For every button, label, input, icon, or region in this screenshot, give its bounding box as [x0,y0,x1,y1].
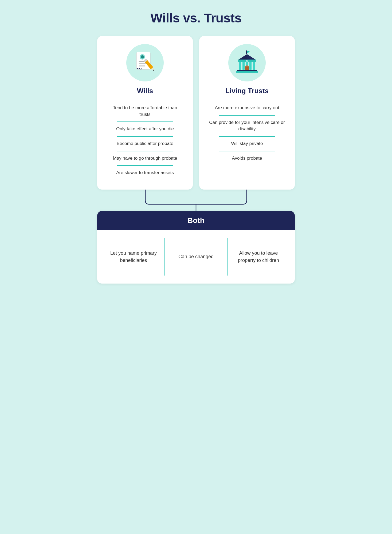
svg-rect-17 [242,62,245,70]
trusts-card: $ Living Trusts [199,36,295,190]
both-header-text: Both [187,216,205,225]
svg-rect-19 [249,62,252,70]
connector-area [97,190,295,211]
svg-point-2 [141,55,144,58]
wills-item-1: Tend to be more affordable than trusts [105,101,185,121]
both-header: Both [97,211,295,230]
svg-rect-10 [246,50,247,54]
svg-rect-20 [253,62,255,70]
trusts-item-2: Can provide for your intensive care or d… [207,116,287,136]
trusts-item-3: Will stay private [229,137,265,151]
both-col-1: Let you name primary beneficiaries [103,238,164,276]
wills-card-title: Wills [137,87,153,95]
trusts-item-1: Are more expensive to carry out [213,101,281,115]
wills-icon-circle [126,44,164,81]
both-col-3-text: Allow you to leave property to children [232,250,285,264]
both-col-2: Can be changed [165,238,227,276]
trusts-icon-circle: $ [228,44,266,81]
trusts-item-4: Avoids probate [230,151,264,166]
both-section: Both Let you name primary beneficiaries … [97,211,295,284]
svg-rect-23 [245,66,249,70]
wills-icon [132,49,158,76]
wills-card: Wills Tend to be more affordable than tr… [97,36,193,190]
both-body: Let you name primary beneficiaries Can b… [97,230,295,284]
connector-svg [97,190,295,211]
both-col-3: Allow you to leave property to children [228,238,289,276]
trusts-card-items: Are more expensive to carry out Can prov… [207,101,287,165]
wills-item-4: May have to go through probate [111,151,179,166]
page-container: Wills vs. Trusts [97,11,295,284]
svg-rect-24 [237,70,257,71]
both-col-2-text: Can be changed [178,253,214,260]
trusts-card-title: Living Trusts [225,87,269,95]
page-title: Wills vs. Trusts [150,11,241,25]
both-col-1-text: Let you name primary beneficiaries [107,250,160,264]
wills-card-items: Tend to be more affordable than trusts O… [105,101,185,180]
svg-marker-11 [247,50,250,53]
wills-item-3: Become public after probate [115,137,176,151]
trusts-icon: $ [234,49,260,76]
svg-rect-16 [239,62,241,70]
cards-row: Wills Tend to be more affordable than tr… [97,36,295,190]
wills-item-2: Only take effect after you die [114,122,176,136]
svg-rect-25 [236,71,258,73]
wills-item-5: Are slower to transfer assets [114,166,176,180]
